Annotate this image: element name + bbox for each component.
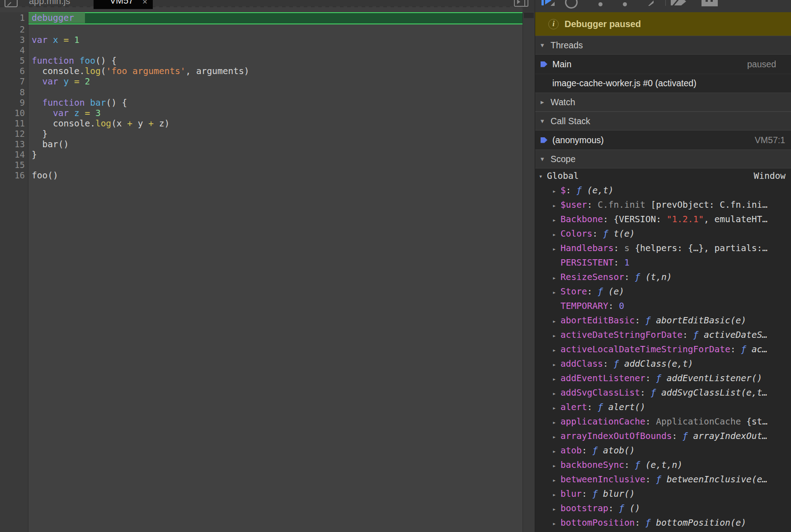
line-number[interactable]: 4 (0, 45, 28, 56)
code-line[interactable]: 3var x = 1 (0, 35, 523, 45)
scope-entry[interactable]: ▸bottomPosition: ƒ bottomPosition(e) (535, 516, 791, 530)
code-text[interactable]: foo() (28, 170, 58, 181)
chevron-right-icon[interactable]: ▸ (552, 372, 560, 386)
chevron-right-icon[interactable]: ▸ (552, 415, 560, 429)
code-line[interactable]: 10 var z = 3 (0, 108, 523, 118)
line-number[interactable]: 9 (0, 98, 28, 108)
code-text[interactable]: var z = 3 (28, 108, 101, 118)
tab-vm57[interactable]: VM57 × (94, 0, 153, 9)
scope-entry[interactable]: ▸bootstrap: ƒ () (535, 501, 791, 516)
code-text[interactable]: } (28, 149, 37, 160)
chevron-right-icon[interactable]: ▸ (552, 429, 560, 443)
chevron-right-icon[interactable]: ▸ (552, 401, 560, 415)
code-line[interactable]: 7 var y = 2 (0, 76, 523, 87)
code-line[interactable]: 5function foo() { (0, 56, 523, 66)
scope-entry[interactable]: ▸Colors: ƒ t(e) (535, 227, 791, 241)
scope-global-row[interactable]: ▾ Global Window (535, 168, 791, 183)
chevron-right-icon[interactable]: ▸ (552, 285, 560, 299)
resume-icon[interactable] (541, 0, 544, 5)
code-line[interactable]: 9 function bar() { (0, 98, 523, 108)
chevron-right-icon[interactable]: ▸ (552, 314, 560, 328)
step-icon[interactable] (648, 0, 654, 6)
scope-entry[interactable]: ▸ResizeSensor: ƒ (t,n) (535, 270, 791, 285)
code-text[interactable] (28, 160, 32, 170)
chevron-right-icon[interactable]: ▸ (552, 242, 560, 256)
code-text[interactable]: console.log('foo arguments', arguments) (28, 66, 249, 76)
chevron-right-icon[interactable]: ▸ (552, 357, 560, 371)
code-line[interactable]: 15 (0, 160, 523, 170)
chevron-right-icon[interactable]: ▸ (552, 213, 560, 227)
scope-entry[interactable]: ▸Handlebars: s {helpers: {…}, partials:… (535, 241, 791, 256)
line-number[interactable]: 2 (0, 24, 28, 35)
scope-entry[interactable]: ▸Store: ƒ (e) (535, 285, 791, 299)
line-number[interactable]: 11 (0, 118, 28, 129)
code-line[interactable]: 12 } (0, 129, 523, 139)
close-icon[interactable]: × (142, 0, 147, 7)
tab-app-min-js[interactable]: app.min.js (29, 0, 70, 6)
chevron-right-icon[interactable]: ▸ (552, 227, 560, 241)
call-stack-frame[interactable]: (anonymous) VM57:1 (535, 131, 791, 149)
code-text[interactable]: } (28, 129, 47, 139)
code-text[interactable]: var x = 1 (28, 35, 80, 45)
thread-row-main[interactable]: Main paused (535, 55, 791, 74)
code-line[interactable]: 14} (0, 149, 523, 160)
chevron-right-icon[interactable]: ▸ (552, 444, 560, 458)
scope-entry[interactable]: ▸$user: C.fn.init [prevObject: C.fn.ini… (535, 198, 791, 212)
code-text[interactable]: var y = 2 (28, 76, 90, 87)
line-number[interactable]: 7 (0, 76, 28, 87)
code-text[interactable] (28, 87, 32, 98)
code-line[interactable]: 1debugger (0, 12, 523, 24)
step-over-icon[interactable] (565, 0, 578, 9)
code-line[interactable]: 6 console.log('foo arguments', arguments… (0, 66, 523, 76)
line-number[interactable]: 15 (0, 160, 28, 170)
scope-entry[interactable]: ▸activeDateStringForDate: ƒ activeDateS… (535, 328, 791, 342)
code-line[interactable]: 4 (0, 45, 523, 56)
scope-entry[interactable]: ▸$: ƒ (e,t) (535, 183, 791, 198)
line-number[interactable]: 6 (0, 66, 28, 76)
code-text[interactable]: function foo() { (28, 56, 117, 66)
code-editor[interactable]: 1debugger23var x = 145function foo() {6 … (0, 12, 523, 532)
chevron-right-icon[interactable]: ▸ (552, 516, 560, 530)
line-number[interactable]: 16 (0, 170, 28, 181)
show-navigator-icon[interactable] (5, 0, 18, 7)
line-number[interactable]: 13 (0, 139, 28, 149)
scope-entry[interactable]: ▸atob: ƒ atob() (535, 443, 791, 458)
chevron-right-icon[interactable]: ▸ (552, 487, 560, 501)
code-text[interactable]: function bar() { (28, 98, 127, 108)
thread-row-worker[interactable]: image-cache-worker.js #0 (activated) (535, 74, 791, 93)
scope-entry[interactable]: ▸blur: ƒ blur() (535, 487, 791, 501)
chevron-right-icon[interactable]: ▸ (552, 198, 560, 212)
chevron-right-icon[interactable]: ▸ (552, 184, 560, 198)
chevron-right-icon[interactable]: ▸ (552, 502, 560, 516)
line-number[interactable]: 3 (0, 35, 28, 45)
chevron-right-icon[interactable]: ▸ (552, 473, 560, 487)
code-text[interactable]: bar() (28, 139, 69, 149)
line-number[interactable]: 8 (0, 87, 28, 98)
code-text[interactable] (28, 24, 32, 35)
scope-entry[interactable]: ▸activeLocalDateTimeStringForDate: ƒ ac… (535, 342, 791, 357)
code-text[interactable]: debugger (28, 12, 85, 24)
code-line[interactable]: 13 bar() (0, 139, 523, 149)
line-number[interactable]: 10 (0, 108, 28, 118)
scope-entry[interactable]: ▸applicationCache: ApplicationCache {st… (535, 415, 791, 429)
open-file-icon[interactable] (514, 0, 528, 7)
step-into-icon[interactable] (598, 2, 603, 6)
scope-entry[interactable]: ▸addClass: ƒ addClass(e,t) (535, 357, 791, 371)
section-call-stack[interactable]: ▾ Call Stack (535, 112, 791, 131)
step-out-icon[interactable] (623, 2, 627, 6)
chevron-right-icon[interactable]: ▸ (552, 271, 560, 285)
section-threads[interactable]: ▾ Threads (535, 36, 791, 55)
pause-on-exceptions-icon[interactable] (702, 0, 718, 6)
code-line[interactable]: 11 console.log(x + y + z) (0, 118, 523, 129)
section-scope[interactable]: ▾ Scope (535, 149, 791, 168)
scrollbar-thumb[interactable] (524, 13, 534, 18)
code-line[interactable]: 8 (0, 87, 523, 98)
line-number[interactable]: 12 (0, 129, 28, 139)
line-number[interactable]: 5 (0, 56, 28, 66)
scope-entry[interactable]: ▸arrayIndexOutOfBounds: ƒ arrayIndexOut… (535, 429, 791, 443)
scope-entry[interactable]: ▸betweenInclusive: ƒ betweenInclusive(e… (535, 472, 791, 487)
scope-entry[interactable]: ▸alert: ƒ alert() (535, 400, 791, 415)
chevron-right-icon[interactable]: ▸ (552, 386, 560, 400)
scope-entry[interactable]: ▸addSvgClassList: ƒ addSvgClassList(e,t… (535, 386, 791, 400)
section-watch[interactable]: ▸ Watch (535, 93, 791, 112)
